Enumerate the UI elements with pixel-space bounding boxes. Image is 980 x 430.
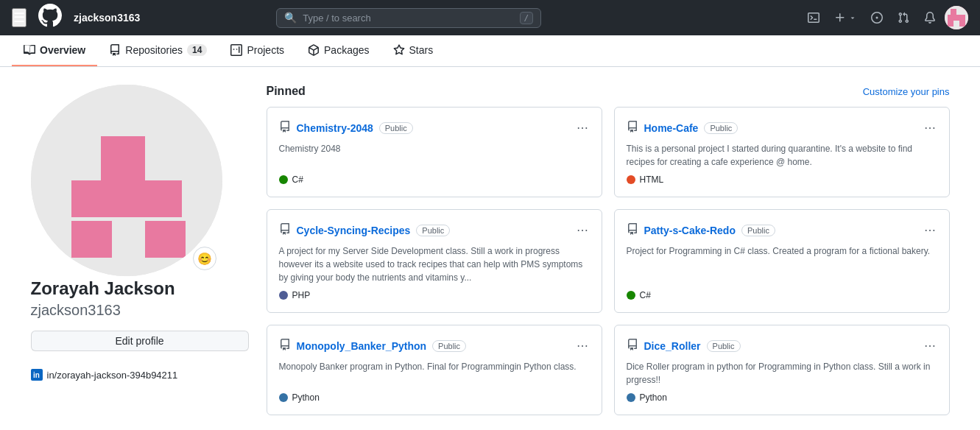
profile-avatar bbox=[31, 85, 222, 276]
lang-label: PHP bbox=[292, 290, 311, 300]
lang-label: Python bbox=[640, 392, 667, 403]
header: ☰ zjackson3163 🔍 Type / to search / bbox=[0, 0, 980, 35]
new-button[interactable] bbox=[828, 9, 862, 27]
emoji-button[interactable]: 😊 bbox=[193, 247, 216, 270]
repo-card: Cycle-Syncing-Recipes Public ⋯ A project… bbox=[267, 209, 602, 313]
tab-packages[interactable]: Packages bbox=[296, 35, 381, 66]
repo-language: HTML bbox=[627, 175, 937, 185]
issues-button[interactable] bbox=[865, 9, 889, 27]
pullrequests-button[interactable] bbox=[892, 9, 915, 27]
profile-content: Pinned Customize your pins Chemistry-204… bbox=[267, 85, 950, 415]
lang-dot bbox=[279, 175, 288, 184]
header-actions bbox=[802, 6, 968, 29]
repo-title-area: Monopoly_Banker_Python Public bbox=[279, 339, 467, 353]
tab-overview[interactable]: Overview bbox=[12, 35, 97, 66]
tab-stars-label: Stars bbox=[409, 44, 434, 56]
repo-language: C# bbox=[279, 175, 590, 185]
repo-badge: Public bbox=[416, 225, 450, 236]
repo-more-button[interactable]: ⋯ bbox=[575, 337, 590, 354]
profile-display-name: Zorayah Jackson bbox=[31, 278, 249, 299]
repo-card-header: Chemistry-2048 Public ⋯ bbox=[279, 119, 590, 136]
repo-card: Dice_Roller Public ⋯ Dice Roller program… bbox=[614, 325, 950, 415]
header-username: zjackson3163 bbox=[74, 12, 140, 24]
tab-overview-label: Overview bbox=[40, 44, 85, 56]
search-kbd: / bbox=[520, 12, 534, 24]
repositories-badge: 14 bbox=[187, 44, 207, 56]
repo-card: Home-Cafe Public ⋯ This is a personal pr… bbox=[614, 107, 950, 197]
repo-card-header: Monopoly_Banker_Python Public ⋯ bbox=[279, 337, 590, 354]
lang-label: C# bbox=[292, 175, 303, 185]
repo-badge: Public bbox=[704, 122, 738, 134]
repo-description: This is a personal project I started dur… bbox=[627, 142, 937, 169]
svg-rect-8 bbox=[71, 221, 112, 258]
lang-label: HTML bbox=[640, 175, 664, 185]
search-icon: 🔍 bbox=[284, 12, 297, 24]
lang-dot bbox=[627, 175, 635, 184]
repo-name[interactable]: Dice_Roller bbox=[644, 340, 701, 352]
profile-login: zjackson3163 bbox=[31, 302, 249, 319]
linkedin-icon: in bbox=[31, 369, 43, 381]
lang-dot bbox=[279, 393, 288, 402]
hamburger-button[interactable]: ☰ bbox=[12, 8, 27, 27]
repo-description: Chemistry 2048 bbox=[279, 142, 590, 169]
repo-name[interactable]: Patty-s-Cake-Redo bbox=[644, 225, 736, 236]
repo-name[interactable]: Chemistry-2048 bbox=[297, 122, 373, 134]
repo-description: Dice Roller program in python for Progra… bbox=[627, 360, 937, 387]
repo-title-area: Dice_Roller Public bbox=[627, 339, 741, 353]
repo-title-area: Home-Cafe Public bbox=[627, 121, 738, 135]
repo-badge: Public bbox=[741, 225, 775, 236]
repo-description: A project for my Server Side Development… bbox=[279, 244, 590, 284]
repo-more-button[interactable]: ⋯ bbox=[575, 222, 590, 239]
terminal-button[interactable] bbox=[802, 9, 825, 27]
repo-language: C# bbox=[627, 290, 937, 300]
tab-projects[interactable]: Projects bbox=[219, 35, 296, 66]
avatar[interactable] bbox=[945, 6, 968, 29]
profile-sidebar: 😊 Zorayah Jackson zjackson3163 Edit prof… bbox=[31, 85, 249, 415]
customize-pins-link[interactable]: Customize your pins bbox=[863, 86, 950, 97]
pinned-title: Pinned bbox=[267, 85, 306, 98]
svg-rect-9 bbox=[145, 221, 186, 258]
repo-name[interactable]: Cycle-Syncing-Recipes bbox=[297, 225, 411, 236]
repo-card-header: Cycle-Syncing-Recipes Public ⋯ bbox=[279, 222, 590, 239]
repo-language: PHP bbox=[279, 290, 590, 300]
linkedin-text: in/zorayah-jackson-394b94211 bbox=[47, 370, 178, 381]
notifications-button[interactable] bbox=[918, 9, 942, 27]
tab-repositories[interactable]: Repositories 14 bbox=[97, 35, 219, 66]
tab-repositories-label: Repositories bbox=[125, 44, 183, 56]
repo-badge: Public bbox=[379, 122, 413, 134]
lang-dot bbox=[279, 291, 288, 300]
repo-icon bbox=[627, 223, 638, 237]
repo-more-button[interactable]: ⋯ bbox=[923, 337, 937, 354]
repo-description: Project for Programming in C# class. Cre… bbox=[627, 244, 937, 284]
lang-label: C# bbox=[640, 290, 651, 300]
repo-card: Patty-s-Cake-Redo Public ⋯ Project for P… bbox=[614, 209, 950, 313]
repo-icon bbox=[627, 339, 638, 353]
repo-icon bbox=[279, 223, 291, 237]
search-placeholder: Type / to search bbox=[303, 13, 513, 24]
repo-title-area: Chemistry-2048 Public bbox=[279, 121, 413, 135]
repo-language: Python bbox=[279, 392, 590, 403]
repo-icon bbox=[627, 121, 638, 135]
svg-rect-6 bbox=[101, 136, 145, 180]
edit-profile-button[interactable]: Edit profile bbox=[31, 331, 249, 351]
svg-rect-2 bbox=[948, 15, 965, 21]
lang-dot bbox=[627, 291, 635, 300]
profile-nav: Overview Repositories 14 Projects Packag… bbox=[0, 35, 980, 67]
profile-linkedin: in in/zorayah-jackson-394b94211 bbox=[31, 369, 249, 381]
repo-icon bbox=[279, 339, 291, 353]
pinned-header: Pinned Customize your pins bbox=[267, 85, 950, 98]
svg-rect-3 bbox=[948, 21, 953, 27]
main-layout: 😊 Zorayah Jackson zjackson3163 Edit prof… bbox=[19, 67, 962, 430]
repo-more-button[interactable]: ⋯ bbox=[575, 119, 590, 136]
svg-rect-4 bbox=[959, 21, 965, 27]
repo-name[interactable]: Monopoly_Banker_Python bbox=[297, 340, 427, 352]
repo-card-header: Home-Cafe Public ⋯ bbox=[627, 119, 937, 136]
repo-badge: Public bbox=[432, 340, 466, 352]
repo-more-button[interactable]: ⋯ bbox=[923, 222, 937, 239]
tab-stars[interactable]: Stars bbox=[381, 35, 445, 66]
repo-name[interactable]: Home-Cafe bbox=[644, 122, 699, 134]
github-logo[interactable] bbox=[38, 4, 62, 32]
repo-more-button[interactable]: ⋯ bbox=[923, 119, 937, 136]
repo-card: Chemistry-2048 Public ⋯ Chemistry 2048 C… bbox=[267, 107, 602, 197]
search-bar[interactable]: 🔍 Type / to search / bbox=[276, 8, 541, 28]
